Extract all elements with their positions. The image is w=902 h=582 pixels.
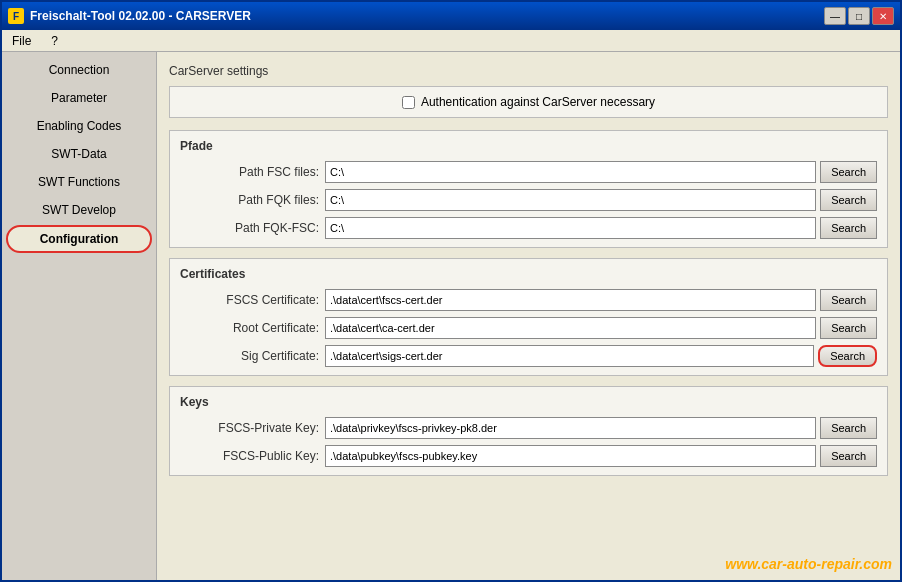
fscs-public-label: FSCS-Public Key: — [180, 449, 325, 463]
search-root-cert-button[interactable]: Search — [820, 317, 877, 339]
main-window: F Freischalt-Tool 02.02.00 - CARSERVER —… — [0, 0, 902, 582]
carserver-section-header: CarServer settings — [169, 64, 888, 78]
search-fscs-private-button[interactable]: Search — [820, 417, 877, 439]
title-bar-left: F Freischalt-Tool 02.02.00 - CARSERVER — [8, 8, 251, 24]
sidebar-item-swt-functions[interactable]: SWT Functions — [6, 169, 152, 195]
main-area: Connection Parameter Enabling Codes SWT-… — [2, 52, 900, 580]
path-fqk-input[interactable] — [325, 189, 816, 211]
keys-section-title: Keys — [180, 395, 877, 409]
sig-cert-row: Sig Certificate: Search — [180, 345, 877, 367]
maximize-button[interactable]: □ — [848, 7, 870, 25]
auth-checkbox[interactable] — [402, 96, 415, 109]
window-title: Freischalt-Tool 02.02.00 - CARSERVER — [30, 9, 251, 23]
path-fqk-row: Path FQK files: Search — [180, 189, 877, 211]
auth-label: Authentication against CarServer necessa… — [421, 95, 655, 109]
search-fsc-button[interactable]: Search — [820, 161, 877, 183]
close-button[interactable]: ✕ — [872, 7, 894, 25]
sidebar: Connection Parameter Enabling Codes SWT-… — [2, 52, 157, 580]
search-fqk-fsc-button[interactable]: Search — [820, 217, 877, 239]
path-fsc-row: Path FSC files: Search — [180, 161, 877, 183]
fscs-public-row: FSCS-Public Key: Search — [180, 445, 877, 467]
root-cert-input[interactable] — [325, 317, 816, 339]
title-controls: — □ ✕ — [824, 7, 894, 25]
content-panel: CarServer settings Authentication agains… — [157, 52, 900, 580]
pfade-section: Pfade Path FSC files: Search Path FQK fi… — [169, 130, 888, 248]
sidebar-item-connection[interactable]: Connection — [6, 57, 152, 83]
path-fsc-label: Path FSC files: — [180, 165, 325, 179]
menu-file[interactable]: File — [6, 32, 37, 50]
fscs-private-label: FSCS-Private Key: — [180, 421, 325, 435]
root-cert-row: Root Certificate: Search — [180, 317, 877, 339]
search-sig-cert-button[interactable]: Search — [818, 345, 877, 367]
title-bar: F Freischalt-Tool 02.02.00 - CARSERVER —… — [2, 2, 900, 30]
search-fscs-cert-button[interactable]: Search — [820, 289, 877, 311]
root-cert-label: Root Certificate: — [180, 321, 325, 335]
app-icon: F — [8, 8, 24, 24]
keys-section: Keys FSCS-Private Key: Search FSCS-Publi… — [169, 386, 888, 476]
sidebar-item-parameter[interactable]: Parameter — [6, 85, 152, 111]
minimize-button[interactable]: — — [824, 7, 846, 25]
menu-bar: File ? — [2, 30, 900, 52]
auth-row: Authentication against CarServer necessa… — [169, 86, 888, 118]
fscs-private-row: FSCS-Private Key: Search — [180, 417, 877, 439]
sig-cert-label: Sig Certificate: — [180, 349, 325, 363]
fscs-cert-label: FSCS Certificate: — [180, 293, 325, 307]
fscs-private-input[interactable] — [325, 417, 816, 439]
sig-cert-input[interactable] — [325, 345, 814, 367]
search-fscs-public-button[interactable]: Search — [820, 445, 877, 467]
fscs-public-input[interactable] — [325, 445, 816, 467]
fscs-cert-row: FSCS Certificate: Search — [180, 289, 877, 311]
path-fqk-fsc-label: Path FQK-FSC: — [180, 221, 325, 235]
sidebar-item-swt-develop[interactable]: SWT Develop — [6, 197, 152, 223]
certificates-section: Certificates FSCS Certificate: Search Ro… — [169, 258, 888, 376]
path-fsc-input[interactable] — [325, 161, 816, 183]
path-fqk-fsc-input[interactable] — [325, 217, 816, 239]
menu-help[interactable]: ? — [45, 32, 64, 50]
sidebar-item-configuration[interactable]: Configuration — [6, 225, 152, 253]
fscs-cert-input[interactable] — [325, 289, 816, 311]
path-fqk-label: Path FQK files: — [180, 193, 325, 207]
watermark: www.car-auto-repair.com — [725, 556, 892, 572]
sidebar-item-enabling-codes[interactable]: Enabling Codes — [6, 113, 152, 139]
search-fqk-button[interactable]: Search — [820, 189, 877, 211]
sidebar-item-swt-data[interactable]: SWT-Data — [6, 141, 152, 167]
pfade-section-title: Pfade — [180, 139, 877, 153]
path-fqk-fsc-row: Path FQK-FSC: Search — [180, 217, 877, 239]
certificates-section-title: Certificates — [180, 267, 877, 281]
